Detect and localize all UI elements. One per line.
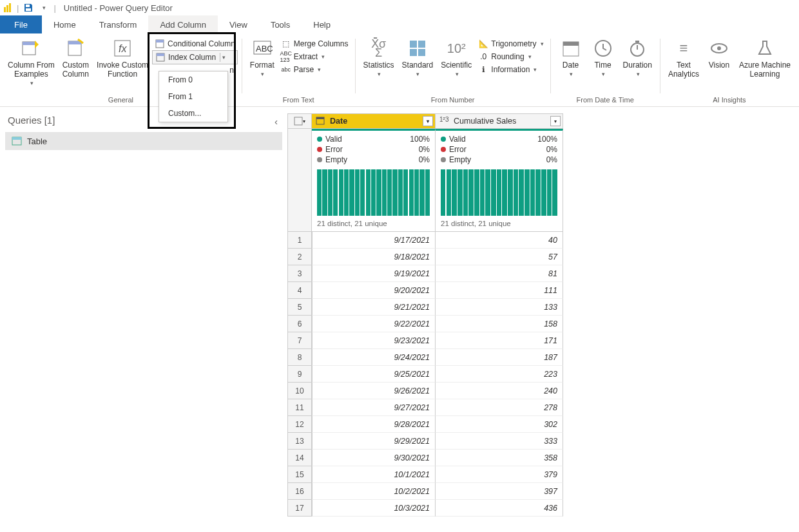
table-row[interactable]: 19/17/202140 [287, 232, 799, 249]
cell-sales[interactable]: 278 [436, 399, 563, 416]
time-button[interactable]: Time▾ [587, 36, 619, 80]
column-from-examples-button[interactable]: Column From Examples ▾ [4, 36, 59, 89]
row-number[interactable]: 7 [287, 332, 312, 349]
cell-date[interactable]: 9/19/2021 [312, 265, 436, 282]
invoke-custom-function-button[interactable]: fx Invoke Custom Function [93, 36, 152, 80]
row-number[interactable]: 15 [287, 466, 312, 483]
row-number[interactable]: 10 [287, 383, 312, 399]
conditional-column-button[interactable]: Conditional Column [152, 37, 238, 50]
information-button[interactable]: ℹInformation▾ [476, 63, 546, 76]
cell-sales[interactable]: 133 [436, 299, 563, 316]
table-row[interactable]: 119/27/2021278 [287, 399, 799, 416]
table-row[interactable]: 29/18/202157 [287, 249, 799, 265]
cell-date[interactable]: 10/1/2021 [312, 466, 436, 483]
column-header-sales[interactable]: 1²3 Cumulative Sales ▾ [436, 113, 563, 129]
cell-sales[interactable]: 223 [436, 366, 563, 383]
query-item-table[interactable]: Table [5, 132, 282, 150]
vision-button[interactable]: Vision [703, 36, 735, 71]
merge-columns-button[interactable]: ⬚Merge Columns [278, 37, 351, 50]
column-filter-dropdown[interactable]: ▾ [423, 116, 433, 126]
table-row[interactable]: 149/30/2021358 [287, 450, 799, 466]
collapse-panel-button[interactable]: ‹ [274, 116, 278, 127]
cell-sales[interactable]: 40 [436, 232, 563, 249]
cell-sales[interactable]: 379 [436, 466, 563, 483]
index-custom[interactable]: Custom... [159, 105, 227, 122]
table-row[interactable]: 79/23/2021171 [287, 332, 799, 349]
row-number[interactable]: 3 [287, 265, 312, 282]
row-number[interactable]: 5 [287, 299, 312, 316]
custom-column-button[interactable]: Custom Column [59, 36, 93, 80]
table-row[interactable]: 1610/2/2021397 [287, 483, 799, 500]
cell-date[interactable]: 9/27/2021 [312, 399, 436, 416]
standard-button[interactable]: Standard▾ [398, 36, 438, 80]
date-button[interactable]: Date▾ [555, 36, 587, 80]
tab-add-column[interactable]: Add Column [148, 15, 218, 33]
table-row[interactable]: 129/28/2021302 [287, 416, 799, 433]
save-button[interactable] [23, 2, 34, 14]
table-row[interactable]: 1510/1/2021379 [287, 466, 799, 483]
row-number[interactable]: 14 [287, 450, 312, 466]
cell-sales[interactable]: 81 [436, 265, 563, 282]
cell-date[interactable]: 9/25/2021 [312, 366, 436, 383]
cell-sales[interactable]: 57 [436, 249, 563, 265]
parse-button[interactable]: abcParse▾ [278, 63, 351, 76]
tab-help[interactable]: Help [302, 15, 342, 33]
index-from-1[interactable]: From 1 [159, 88, 227, 105]
extract-button[interactable]: ABC123Extract▾ [278, 50, 351, 63]
cell-date[interactable]: 10/2/2021 [312, 483, 436, 500]
cell-sales[interactable]: 111 [436, 282, 563, 299]
cell-date[interactable]: 9/26/2021 [312, 383, 436, 399]
trigonometry-button[interactable]: 📐Trigonometry▾ [476, 37, 546, 50]
statistics-button[interactable]: X̄σΣStatistics▾ [360, 36, 398, 80]
cell-date[interactable]: 9/22/2021 [312, 316, 436, 332]
row-number[interactable]: 4 [287, 282, 312, 299]
select-all-corner[interactable]: ▾ [287, 113, 312, 129]
row-number[interactable]: 2 [287, 249, 312, 265]
row-number[interactable]: 6 [287, 316, 312, 332]
row-number[interactable]: 17 [287, 500, 312, 517]
row-number[interactable]: 13 [287, 433, 312, 450]
row-number[interactable]: 12 [287, 416, 312, 433]
cell-date[interactable]: 10/3/2021 [312, 500, 436, 517]
index-from-0[interactable]: From 0 [159, 71, 227, 88]
table-row[interactable]: 1710/3/2021436 [287, 500, 799, 517]
table-row[interactable]: 89/24/2021187 [287, 349, 799, 366]
column-header-date[interactable]: Date ▾ [312, 113, 436, 129]
cell-date[interactable]: 9/20/2021 [312, 282, 436, 299]
row-number[interactable]: 8 [287, 349, 312, 366]
cell-date[interactable]: 9/23/2021 [312, 332, 436, 349]
table-row[interactable]: 49/20/2021111 [287, 282, 799, 299]
cell-date[interactable]: 9/30/2021 [312, 450, 436, 466]
cell-sales[interactable]: 358 [436, 450, 563, 466]
duration-button[interactable]: Duration▾ [619, 36, 656, 80]
cell-sales[interactable]: 302 [436, 416, 563, 433]
tab-transform[interactable]: Transform [88, 15, 149, 33]
table-row[interactable]: 59/21/2021133 [287, 299, 799, 316]
tab-tools[interactable]: Tools [259, 15, 302, 33]
table-row[interactable]: 69/22/2021158 [287, 316, 799, 332]
row-number[interactable]: 16 [287, 483, 312, 500]
index-column-button[interactable]: Index Column ▾ [152, 50, 238, 64]
qat-dropdown[interactable]: ▾ [38, 2, 50, 14]
row-number[interactable]: 1 [287, 232, 312, 249]
table-row[interactable]: 39/19/202181 [287, 265, 799, 282]
cell-date[interactable]: 9/24/2021 [312, 349, 436, 366]
azure-ml-button[interactable]: Azure Machine Learning [735, 36, 794, 80]
chevron-down-icon[interactable]: ▾ [220, 53, 227, 62]
cell-date[interactable]: 9/29/2021 [312, 433, 436, 450]
cell-date[interactable]: 9/21/2021 [312, 299, 436, 316]
cell-sales[interactable]: 171 [436, 332, 563, 349]
cell-sales[interactable]: 240 [436, 383, 563, 399]
cell-date[interactable]: 9/28/2021 [312, 416, 436, 433]
cell-sales[interactable]: 397 [436, 483, 563, 500]
cell-sales[interactable]: 333 [436, 433, 563, 450]
column-filter-dropdown[interactable]: ▾ [550, 116, 561, 126]
row-number[interactable]: 9 [287, 366, 312, 383]
cell-sales[interactable]: 187 [436, 349, 563, 366]
cell-sales[interactable]: 158 [436, 316, 563, 332]
format-button[interactable]: ABC Format ▾ [246, 36, 278, 80]
table-row[interactable]: 139/29/2021333 [287, 433, 799, 450]
tab-view[interactable]: View [218, 15, 259, 33]
table-row[interactable]: 99/25/2021223 [287, 366, 799, 383]
text-analytics-button[interactable]: ≡Text Analytics [664, 36, 703, 80]
